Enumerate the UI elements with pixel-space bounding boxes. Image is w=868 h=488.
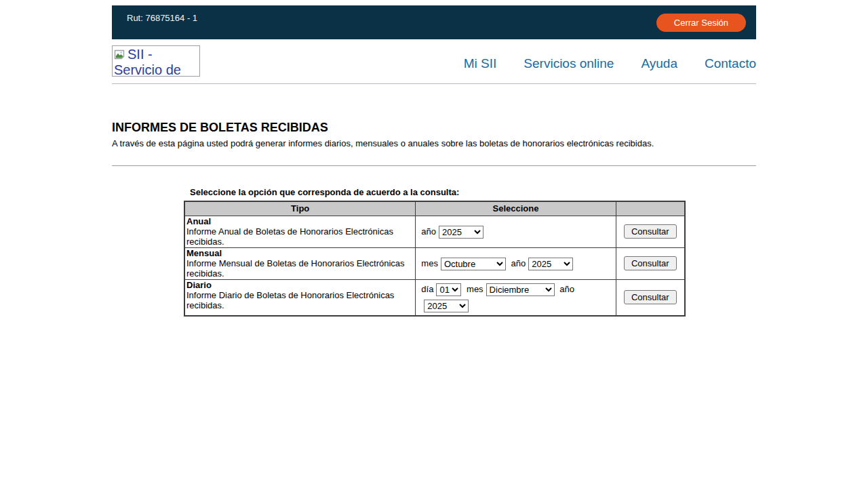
anual-consultar-button[interactable]: Consultar [624, 224, 677, 239]
anual-tipo-cell: Anual Informe Anual de Boletas de Honora… [184, 216, 416, 247]
anual-select-cell: año2025 [416, 216, 616, 247]
mensual-year-label: año [511, 258, 526, 268]
anual-year-select[interactable]: 2025 [439, 226, 484, 239]
page-title: INFORMES DE BOLETAS RECIBIDAS [112, 121, 756, 134]
mensual-description: Informe Mensual de Boletas de Honorarios… [186, 258, 405, 279]
mensual-tipo-cell: Mensual Informe Mensual de Boletas de Ho… [184, 247, 416, 279]
rut-label: Rut: 76875164 - 1 [127, 13, 197, 39]
table-header-row: Tipo Seleccione [184, 201, 685, 216]
divider [112, 165, 756, 166]
diario-day-label: día [421, 284, 433, 294]
mensual-select-cell: mesOctubre año2025 [416, 247, 616, 279]
nav-item-contacto[interactable]: Contacto [705, 56, 756, 71]
mensual-title: Mensual [186, 248, 222, 258]
table-row-diario: Diario Informe Diario de Boletas de Hono… [184, 279, 685, 316]
page-container: Rut: 76875164 - 1 Cerrar Sesión SII - Se… [112, 5, 756, 317]
col-header-seleccione: Seleccione [416, 201, 616, 216]
col-header-tipo: Tipo [184, 201, 416, 216]
logout-button[interactable]: Cerrar Sesión [656, 14, 746, 32]
nav-item-mi-sii[interactable]: Mi SII [464, 56, 497, 71]
diario-select-cell: día01 mesDiciembre año 2025 [416, 279, 616, 316]
diario-action-cell: Consultar [616, 279, 685, 316]
diario-tipo-cell: Diario Informe Diario de Boletas de Hono… [184, 279, 416, 316]
diario-month-select[interactable]: Diciembre [486, 283, 555, 296]
page-description: A través de esta página usted podrá gene… [112, 138, 756, 149]
mensual-month-label: mes [421, 258, 438, 268]
sii-logo[interactable]: SII - Servicio de [112, 45, 200, 77]
mensual-year-select[interactable]: 2025 [528, 258, 573, 270]
session-bar: Rut: 76875164 - 1 Cerrar Sesión [112, 5, 756, 39]
reports-table: Tipo Seleccione Anual Informe Anual de B… [184, 201, 686, 317]
mensual-month-select[interactable]: Octubre [441, 258, 506, 270]
diario-month-label: mes [467, 284, 484, 294]
table-row-mensual: Mensual Informe Mensual de Boletas de Ho… [184, 247, 685, 279]
diario-day-select[interactable]: 01 [436, 283, 461, 296]
anual-description: Informe Anual de Boletas de Honorarios E… [186, 226, 393, 247]
diario-consultar-button[interactable]: Consultar [624, 290, 677, 304]
nav-item-ayuda[interactable]: Ayuda [641, 56, 677, 71]
col-header-action [616, 201, 685, 216]
anual-year-label: año [421, 226, 436, 237]
anual-title: Anual [186, 216, 211, 226]
diario-title: Diario [186, 280, 212, 290]
main-nav: Mi SII Servicios online Ayuda Contacto [464, 56, 756, 71]
diario-year-label: año [559, 284, 574, 294]
mensual-consultar-button[interactable]: Consultar [624, 256, 677, 270]
anual-action-cell: Consultar [616, 216, 685, 247]
site-header: SII - Servicio de Mi SII Servicios onlin… [112, 39, 756, 84]
nav-item-servicios-online[interactable]: Servicios online [524, 56, 614, 71]
broken-image-icon [114, 49, 126, 60]
diario-year-select[interactable]: 2025 [424, 300, 469, 312]
table-row-anual: Anual Informe Anual de Boletas de Honora… [184, 216, 685, 247]
table-prompt: Seleccione la opción que corresponda de … [190, 187, 756, 197]
mensual-action-cell: Consultar [616, 247, 685, 279]
diario-description: Informe Diario de Boletas de Honorarios … [186, 290, 394, 310]
